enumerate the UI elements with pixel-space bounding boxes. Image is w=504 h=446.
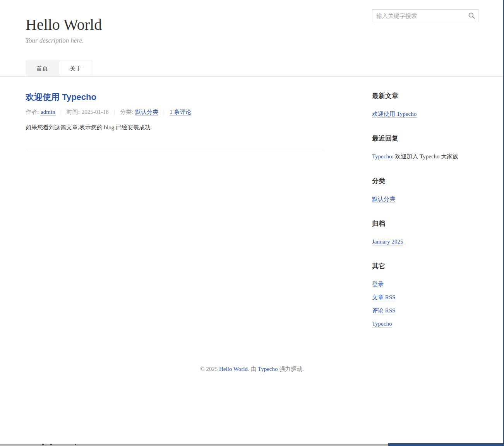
list-item: Typecho <box>372 320 478 327</box>
post-author-link[interactable]: admin <box>41 109 55 116</box>
widget-recent-replies: 最近回复 Typecho: 欢迎加入 Typecho 大家族 <box>372 135 478 160</box>
post-meta: 作者:admin|时间:2025-01-18|分类:默认分类|1 条评论 <box>26 108 324 115</box>
site-description: Your description here. <box>26 36 478 45</box>
widget-misc: 其它 登录 文章 RSS 评论 RSS Typecho <box>372 262 478 327</box>
nav-tab-home[interactable]: 首页 <box>26 60 59 76</box>
recent-post-link[interactable]: 欢迎使用 Typecho <box>372 111 417 118</box>
widget-recent-posts: 最新文章 欢迎使用 Typecho <box>372 92 478 117</box>
widget-heading: 其它 <box>372 262 478 270</box>
nav-tab-about[interactable]: 关于 <box>59 60 92 76</box>
meta-separator: | <box>163 109 165 115</box>
typecho-link[interactable]: Typecho <box>372 321 392 328</box>
post-divider <box>26 149 324 149</box>
category-link[interactable]: 默认分类 <box>372 196 395 203</box>
posts-rss-link[interactable]: 文章 RSS <box>372 294 395 301</box>
sidebar: 最新文章 欢迎使用 Typecho 最近回复 Typecho: 欢迎加入 Typ… <box>372 92 478 327</box>
post-category-label: 分类: <box>120 109 133 115</box>
post-title: 欢迎使用 Typecho <box>26 92 324 102</box>
post-author-label: 作者: <box>26 109 39 115</box>
post: 欢迎使用 Typecho 作者:admin|时间:2025-01-18|分类:默… <box>26 92 324 149</box>
widget-archives: 归档 January 2025 <box>372 220 478 245</box>
comments-rss-link[interactable]: 评论 RSS <box>372 307 395 314</box>
main-nav: 首页 关于 <box>26 60 478 76</box>
search-form <box>372 9 478 22</box>
search-icon[interactable] <box>468 12 475 19</box>
meta-separator: | <box>114 109 115 115</box>
widget-heading: 最近回复 <box>372 135 478 142</box>
footer-suffix-text: 强力驱动. <box>278 366 304 372</box>
footer-typecho-link[interactable]: Typecho <box>258 366 278 372</box>
taskbar-icon-sliver <box>42 444 44 445</box>
main-content: 欢迎使用 Typecho 作者:admin|时间:2025-01-18|分类:默… <box>26 77 478 365</box>
list-item: Typecho: 欢迎加入 Typecho 大家族 <box>372 153 478 160</box>
reply-text: : 欢迎加入 Typecho 大家族 <box>392 153 458 160</box>
post-body: 如果您看到这篇文章,表示您的 blog 已经安装成功. <box>26 124 324 131</box>
archive-link[interactable]: January 2025 <box>372 238 403 245</box>
list-item: 默认分类 <box>372 196 478 202</box>
widget-heading: 最新文章 <box>372 92 478 100</box>
reply-author-link[interactable]: Typecho <box>372 153 392 160</box>
post-date-label: 时间: <box>67 109 80 115</box>
post-comments-link[interactable]: 1 条评论 <box>170 109 191 116</box>
footer: © 2025 Hello World. 由 Typecho 强力驱动. <box>0 365 504 372</box>
list-item: 文章 RSS <box>372 294 478 301</box>
footer-middle-text: . 由 <box>248 366 258 372</box>
taskbar-icon-sliver <box>50 444 52 445</box>
taskbar-sliver-accent <box>388 443 504 446</box>
list-item: 登录 <box>372 281 478 288</box>
post-category-link[interactable]: 默认分类 <box>135 109 158 116</box>
site-header: Hello World Your description here. 首页 关于 <box>0 0 504 77</box>
post-list: 欢迎使用 Typecho 作者:admin|时间:2025-01-18|分类:默… <box>26 92 324 149</box>
footer-copyright: © 2025 <box>200 366 219 372</box>
list-item: 评论 RSS <box>372 307 478 314</box>
footer-site-link[interactable]: Hello World <box>219 366 248 372</box>
list-item: January 2025 <box>372 238 478 245</box>
post-date: 2025-01-18 <box>82 109 109 115</box>
widget-categories: 分类 默认分类 <box>372 177 478 202</box>
widget-heading: 归档 <box>372 220 478 228</box>
list-item: 欢迎使用 Typecho <box>372 110 478 117</box>
meta-separator: | <box>60 109 62 115</box>
taskbar-sliver <box>0 444 388 446</box>
widget-heading: 分类 <box>372 177 478 185</box>
taskbar-icon-sliver <box>75 444 76 445</box>
search-input[interactable] <box>372 9 478 22</box>
login-link[interactable]: 登录 <box>372 281 384 288</box>
post-title-link[interactable]: 欢迎使用 Typecho <box>26 92 96 102</box>
